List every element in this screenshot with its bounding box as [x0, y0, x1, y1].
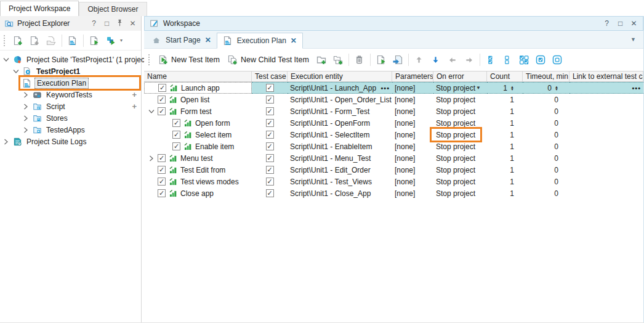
tree-item-keywordtests[interactable]: KeywordTests+	[0, 89, 141, 100]
cell-test-case[interactable]: ✓	[252, 176, 288, 187]
test-case-checkbox[interactable]: ✓	[266, 119, 274, 127]
cell-count[interactable]: 1	[487, 129, 523, 141]
cell-parameters[interactable]: [none]	[392, 105, 433, 117]
execution-plan-button[interactable]	[65, 33, 80, 48]
cell-test-case[interactable]: ✓	[252, 187, 288, 199]
chevron-right-icon[interactable]	[147, 155, 155, 162]
enabled-checkbox[interactable]: ✓	[158, 96, 166, 104]
delete-button[interactable]	[352, 52, 367, 67]
cell-test-case[interactable]: ✓	[252, 117, 288, 129]
test-item-row-launch-app[interactable]: ✓Launch app✓Script\Unit1 - Launch_App•••…	[144, 82, 643, 94]
cell-timeout[interactable]: 0	[523, 94, 570, 105]
close-button[interactable]: ✕	[128, 19, 137, 28]
cell-parameters[interactable]: [none]	[392, 176, 433, 187]
cell-count[interactable]: 1▲▼	[487, 82, 523, 94]
on-error-dropdown-icon[interactable]: ▼	[476, 85, 481, 91]
test-item-row-test-views-modes[interactable]: ✓Test views modes✓Script\Unit1 - Test_Vi…	[144, 176, 643, 187]
cell-on-error[interactable]: Stop project	[433, 176, 487, 187]
tab-project-workspace[interactable]: Project Workspace	[0, 1, 79, 16]
cell-link-external[interactable]	[570, 164, 643, 176]
enabled-checkbox[interactable]: ✓	[158, 84, 166, 92]
cell-parameters[interactable]: [none]	[392, 117, 433, 129]
cell-execution-entity[interactable]: Script\Unit1 - Menu_Test	[288, 152, 392, 164]
cell-on-error[interactable]: Stop project	[433, 141, 487, 152]
cell-link-external[interactable]	[570, 176, 643, 187]
close-icon[interactable]: ✕	[291, 36, 297, 45]
cell-test-case[interactable]: ✓	[252, 129, 288, 141]
count-spinner[interactable]: ▲▼	[510, 86, 514, 91]
enabled-checkbox[interactable]: ✓	[158, 189, 166, 197]
uncheck-all-button[interactable]	[500, 52, 515, 67]
test-item-row-menu-test[interactable]: ✓Menu test✓Script\Unit1 - Menu_Test[none…	[144, 152, 643, 164]
tab-object-browser[interactable]: Object Browser	[79, 2, 147, 16]
convert-button[interactable]	[390, 52, 405, 67]
cell-count[interactable]: 1	[487, 176, 523, 187]
check-all-button[interactable]	[483, 52, 498, 67]
tab-list-dropdown-icon[interactable]: ▼	[630, 36, 636, 43]
enabled-checkbox[interactable]: ✓	[158, 178, 166, 186]
cell-parameters[interactable]: [none]	[392, 82, 433, 94]
cell-test-case[interactable]: ✓	[252, 152, 288, 164]
chevron-down-icon[interactable]	[2, 56, 10, 63]
chevron-right-icon[interactable]	[22, 115, 30, 122]
test-case-checkbox[interactable]: ✓	[266, 166, 274, 174]
new-child-group-button[interactable]	[331, 52, 345, 67]
column-header-name[interactable]: Name	[144, 72, 252, 81]
timeout-spinner[interactable]: ▲▼	[555, 86, 558, 91]
test-case-checkbox[interactable]: ✓	[266, 131, 274, 139]
test-case-checkbox[interactable]: ✓	[266, 84, 274, 92]
cell-link-external[interactable]	[570, 117, 643, 129]
cell-on-error[interactable]: Stop project	[433, 164, 487, 176]
cell-execution-entity[interactable]: Script\Unit1 - SelectItem	[288, 129, 392, 141]
cell-on-error[interactable]: Stop project	[433, 117, 487, 129]
enabled-checkbox[interactable]: ✓	[172, 142, 180, 150]
tree-item-project-suite-testproject1-1-project[interactable]: Project Suite 'TestProject1' (1 project)	[0, 54, 141, 65]
chevron-right-icon[interactable]	[2, 138, 10, 145]
cell-on-error[interactable]: Stop project	[433, 129, 487, 141]
cell-count[interactable]: 1	[487, 152, 523, 164]
test-case-checkbox[interactable]: ✓	[266, 178, 274, 186]
test-item-row-open-form[interactable]: ✓Open form✓Script\Unit1 - OpenForm[none]…	[144, 117, 643, 129]
maximize-button[interactable]: □	[616, 19, 625, 28]
enabled-checkbox[interactable]: ✓	[172, 131, 180, 139]
cell-parameters[interactable]: [none]	[392, 164, 433, 176]
test-case-checkbox[interactable]: ✓	[266, 154, 274, 162]
pin-icon[interactable]	[115, 19, 124, 28]
cell-on-error[interactable]: Stop project	[433, 105, 487, 117]
cell-on-error[interactable]: Stop project	[433, 152, 487, 164]
add-item-plus-button[interactable]: +	[132, 102, 137, 111]
cell-timeout[interactable]: 0	[523, 129, 570, 141]
test-item-row-close-app[interactable]: ✓Close app✓Script\Unit1 - Close_App[none…	[144, 187, 643, 199]
chevron-right-icon[interactable]	[22, 103, 30, 110]
add-item-plus-button[interactable]: +	[132, 90, 137, 99]
move-up-button[interactable]	[412, 52, 427, 67]
cell-parameters[interactable]: [none]	[392, 129, 433, 141]
tree-item-stores[interactable]: Stores	[0, 112, 141, 124]
cell-test-case[interactable]: ✓	[252, 105, 288, 117]
column-header-on-error[interactable]: On error	[433, 72, 487, 81]
cell-count[interactable]: 1	[487, 141, 523, 152]
cell-execution-entity[interactable]: Script\Unit1 - Open_Order_List	[288, 94, 392, 105]
cell-count[interactable]: 1	[487, 117, 523, 129]
cell-parameters[interactable]: [none]	[392, 152, 433, 164]
cell-test-case[interactable]: ✓	[252, 141, 288, 152]
cell-link-external[interactable]	[570, 141, 643, 152]
maximize-button[interactable]: □	[102, 19, 111, 28]
test-item-row-open-list[interactable]: ✓Open list✓Script\Unit1 - Open_Order_Lis…	[144, 94, 643, 105]
uncheck-selected-button[interactable]	[550, 52, 565, 67]
cell-count[interactable]: 1	[487, 94, 523, 105]
cell-timeout[interactable]: 0	[523, 176, 570, 187]
test-item-row-select-item[interactable]: ✓Select item✓Script\Unit1 - SelectItem[n…	[144, 129, 643, 141]
cell-name[interactable]: ✓Open list	[144, 94, 252, 105]
toolbar-grip[interactable]	[4, 35, 7, 46]
move-left-button[interactable]	[445, 52, 460, 67]
tree-item-testproject1[interactable]: TestProject1	[0, 65, 141, 77]
cell-execution-entity[interactable]: Script\Unit1 - Form_Test	[288, 105, 392, 117]
move-down-button[interactable]	[429, 52, 443, 67]
new-child-test-item-button[interactable]: New Child Test Item	[225, 54, 312, 66]
close-icon[interactable]: ✕	[205, 36, 211, 44]
cell-name[interactable]: ✓Close app	[144, 187, 252, 199]
cell-name[interactable]: ✓Test Edit from	[144, 164, 252, 176]
move-right-button[interactable]	[462, 52, 477, 67]
run-selected-button[interactable]	[374, 52, 388, 67]
